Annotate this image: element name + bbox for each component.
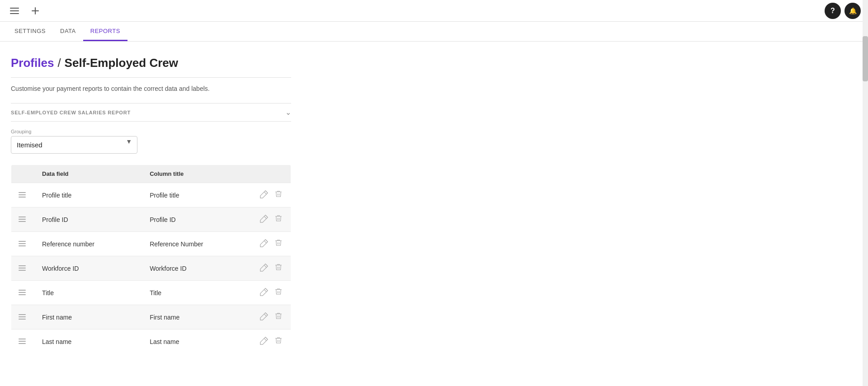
actions-cell [252, 256, 291, 281]
drag-handle-cell [11, 256, 35, 281]
table-row: Profile title Profile title [11, 183, 291, 207]
svg-line-32 [264, 338, 266, 340]
table-row: Last name Last name [11, 330, 291, 354]
edit-icon[interactable] [259, 262, 270, 275]
edit-icon[interactable] [259, 188, 270, 202]
delete-icon[interactable] [274, 286, 283, 299]
hamburger-button[interactable] [7, 5, 22, 17]
data-field-cell: First name [35, 305, 142, 330]
column-title-cell: First name [142, 305, 252, 330]
data-field-cell: Profile title [35, 183, 142, 207]
svg-rect-15 [19, 245, 26, 246]
main-content: Profiles / Self-Employed Crew Customise … [0, 42, 316, 368]
drag-handle-icon[interactable] [19, 191, 28, 199]
row-actions [259, 237, 283, 250]
row-actions [259, 311, 283, 324]
plus-button[interactable] [29, 5, 42, 17]
row-actions [259, 262, 283, 275]
svg-line-16 [264, 240, 266, 243]
subtitle-text: Customise your payment reports to contai… [11, 85, 306, 92]
svg-line-28 [264, 314, 266, 316]
tab-reports[interactable]: REPORTS [83, 22, 127, 41]
data-table: Data field Column title Profile title Pr… [11, 165, 291, 354]
section-title: SELF-EMPLOYED CREW SALARIES REPORT [11, 110, 131, 115]
actions-cell [252, 330, 291, 354]
col-data-field: Data field [35, 165, 142, 183]
data-field-cell: Last name [35, 330, 142, 354]
edit-icon[interactable] [259, 237, 270, 250]
column-title-cell: Profile ID [142, 207, 252, 232]
grouping-select[interactable]: Itemised Grouped Summary [11, 136, 137, 154]
data-field-cell: Profile ID [35, 207, 142, 232]
edit-icon[interactable] [259, 311, 270, 324]
column-title-cell: Profile title [142, 183, 252, 207]
breadcrumb-link[interactable]: Profiles [11, 56, 54, 70]
table-row: First name First name [11, 305, 291, 330]
delete-icon[interactable] [274, 237, 283, 250]
svg-line-24 [264, 289, 266, 292]
help-button[interactable]: ? [825, 3, 841, 19]
grouping-select-wrapper: Grouping Itemised Grouped Summary ▼ [11, 129, 137, 154]
svg-line-20 [264, 265, 266, 267]
svg-rect-1 [10, 10, 19, 11]
table-row: Workforce ID Workforce ID [11, 256, 291, 281]
drag-handle-cell [11, 232, 35, 256]
drag-handle-icon[interactable] [19, 338, 28, 345]
tab-data[interactable]: DATA [53, 22, 83, 41]
nav-tabs: SETTINGS DATA REPORTS [0, 22, 868, 42]
svg-rect-0 [10, 8, 19, 9]
actions-cell [252, 183, 291, 207]
title-divider [11, 77, 291, 78]
section-header[interactable]: SELF-EMPLOYED CREW SALARIES REPORT ⌄ [11, 103, 291, 122]
svg-rect-26 [19, 316, 26, 317]
tab-settings[interactable]: SETTINGS [7, 22, 53, 41]
col-actions [252, 165, 291, 183]
delete-icon[interactable] [274, 311, 283, 324]
scrollbar[interactable] [863, 0, 868, 386]
svg-rect-25 [19, 314, 26, 315]
drag-handle-cell [11, 207, 35, 232]
delete-icon[interactable] [274, 213, 283, 226]
edit-icon[interactable] [259, 335, 270, 348]
delete-icon[interactable] [274, 335, 283, 348]
top-bar-right: ? 🔔 [825, 3, 861, 19]
svg-rect-2 [10, 13, 19, 14]
drag-handle-icon[interactable] [19, 216, 28, 223]
breadcrumb-separator: / [57, 56, 61, 70]
svg-rect-11 [19, 221, 26, 222]
edit-icon[interactable] [259, 213, 270, 226]
top-bar: ? 🔔 [0, 0, 868, 22]
svg-rect-13 [19, 241, 26, 242]
data-field-cell: Reference number [35, 232, 142, 256]
svg-rect-21 [19, 290, 26, 291]
drag-handle-icon[interactable] [19, 289, 28, 297]
grouping-container: Grouping Itemised Grouped Summary ▼ [11, 129, 291, 154]
row-actions [259, 286, 283, 299]
notification-button[interactable]: 🔔 [844, 3, 861, 19]
drag-handle-icon[interactable] [19, 313, 28, 321]
drag-handle-cell [11, 183, 35, 207]
drag-handle-cell [11, 330, 35, 354]
svg-rect-7 [19, 197, 26, 198]
drag-handle-icon[interactable] [19, 264, 28, 272]
svg-rect-23 [19, 294, 26, 295]
delete-icon[interactable] [274, 262, 283, 275]
chevron-down-icon: ⌄ [285, 108, 291, 117]
table-row: Profile ID Profile ID [11, 207, 291, 232]
svg-rect-31 [19, 343, 26, 344]
drag-handle-icon[interactable] [19, 240, 28, 248]
col-column-title: Column title [142, 165, 252, 183]
row-actions [259, 188, 283, 202]
table-row: Reference number Reference Number [11, 232, 291, 256]
drag-handle-cell [11, 281, 35, 305]
edit-icon[interactable] [259, 286, 270, 299]
actions-cell [252, 281, 291, 305]
notification-icon: 🔔 [849, 7, 857, 14]
svg-rect-14 [19, 243, 26, 244]
delete-icon[interactable] [274, 188, 283, 202]
svg-rect-19 [19, 270, 26, 271]
svg-rect-5 [19, 192, 26, 193]
breadcrumb-current: Self-Employed Crew [65, 56, 178, 70]
svg-line-8 [264, 192, 266, 194]
svg-rect-22 [19, 292, 26, 293]
